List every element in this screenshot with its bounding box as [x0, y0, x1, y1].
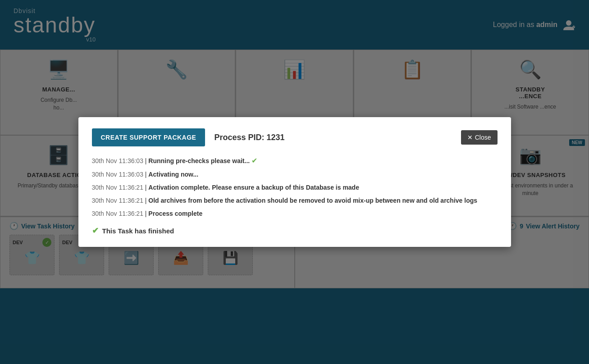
checkmark-icon-1: ✔ [251, 157, 257, 164]
log-timestamp-2: 30th Nov 11:36:03 [92, 171, 143, 178]
log-line-2: 30th Nov 11:36:03 | Activating now... [92, 170, 498, 179]
modal-header: CREATE SUPPORT PACKAGE Process PID: 1231… [92, 128, 498, 146]
finished-line: ✔ This Task has finished [92, 226, 498, 236]
close-button[interactable]: ✕ Close [461, 130, 498, 145]
log-line-1: 30th Nov 11:36:03 | Running pre-checks p… [92, 155, 498, 166]
log-line-5: 30th Nov 11:36:21 | Process complete [92, 209, 498, 218]
finished-label: This Task has finished [102, 227, 174, 235]
modal-pid: Process PID: 1231 [214, 133, 284, 142]
modal: CREATE SUPPORT PACKAGE Process PID: 1231… [78, 117, 511, 247]
log-timestamp-3: 30th Nov 11:36:21 [92, 184, 143, 191]
log-message-2: Activating now... [148, 171, 198, 178]
modal-overlay: CREATE SUPPORT PACKAGE Process PID: 1231… [0, 0, 589, 364]
log-line-3: 30th Nov 11:36:21 | Activation complete.… [92, 183, 498, 192]
log-message-1: Running pre-checks please wait... [148, 157, 251, 164]
close-x-icon: ✕ [467, 134, 473, 141]
modal-header-left: CREATE SUPPORT PACKAGE Process PID: 1231 [92, 128, 285, 146]
finished-check-icon: ✔ [92, 226, 99, 236]
create-support-package-button[interactable]: CREATE SUPPORT PACKAGE [92, 128, 205, 146]
log-timestamp-1: 30th Nov 11:36:03 [92, 157, 143, 164]
modal-body: 30th Nov 11:36:03 | Running pre-checks p… [92, 155, 498, 236]
log-line-4: 30th Nov 11:36:21 | Old archives from be… [92, 196, 498, 205]
log-timestamp-5: 30th Nov 11:36:21 [92, 210, 143, 217]
log-message-4: Old archives from before the activation … [148, 197, 477, 204]
log-message-5: Process complete [148, 210, 202, 217]
log-timestamp-4: 30th Nov 11:36:21 [92, 197, 143, 204]
log-message-3: Activation complete. Please ensure a bac… [148, 184, 359, 191]
close-label: Close [475, 134, 491, 141]
